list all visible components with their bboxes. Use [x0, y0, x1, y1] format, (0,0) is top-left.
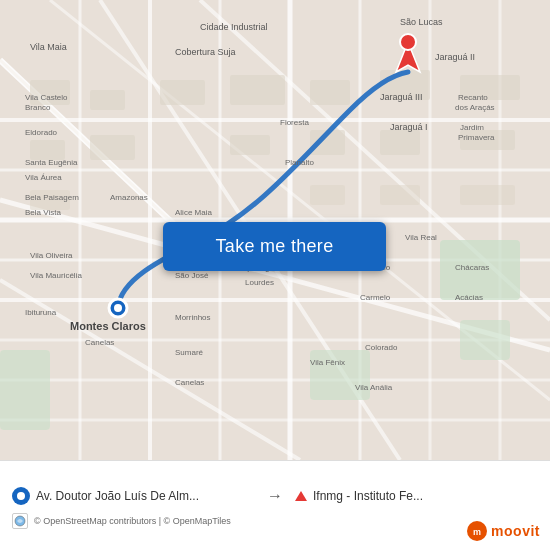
moovit-logo: m moovit — [466, 520, 540, 542]
svg-text:dos Araçás: dos Araçás — [455, 103, 495, 112]
svg-text:Cobertura Suja: Cobertura Suja — [175, 47, 236, 57]
svg-text:Chácaras: Chácaras — [455, 263, 489, 272]
svg-point-92 — [114, 304, 122, 312]
svg-text:São José: São José — [175, 271, 209, 280]
svg-text:Amazonas: Amazonas — [110, 193, 148, 202]
moovit-icon: m — [466, 520, 488, 542]
svg-text:Carmelo: Carmelo — [360, 293, 391, 302]
svg-text:Vila Maia: Vila Maia — [30, 42, 67, 52]
moovit-brand-text: moovit — [491, 523, 540, 539]
svg-rect-25 — [0, 350, 50, 430]
from-text: Av. Doutor João Luís De Alm... — [36, 489, 255, 503]
svg-text:Branco: Branco — [25, 103, 51, 112]
svg-text:Primavera: Primavera — [458, 133, 495, 142]
svg-text:Cidade Industrial: Cidade Industrial — [200, 22, 268, 32]
svg-text:Canelas: Canelas — [175, 378, 204, 387]
attribution-row: © OpenStreetMap contributors | © OpenMap… — [12, 513, 538, 533]
to-text: Ifnmg - Instituto Fe... — [313, 489, 538, 503]
to-section: Ifnmg - Instituto Fe... — [295, 489, 538, 503]
origin-icon — [12, 487, 30, 505]
svg-rect-26 — [460, 320, 510, 360]
svg-text:Recanto: Recanto — [458, 93, 488, 102]
map-container: Vila Maia Cidade Industrial São Lucas Vi… — [0, 0, 550, 460]
svg-point-90 — [400, 34, 416, 50]
svg-text:Vila Fênix: Vila Fênix — [310, 358, 345, 367]
svg-rect-31 — [310, 80, 350, 105]
from-section: Av. Doutor João Luís De Alm... — [12, 487, 255, 505]
svg-text:Eldorado: Eldorado — [25, 128, 58, 137]
svg-rect-34 — [30, 140, 65, 160]
svg-text:Lourdes: Lourdes — [245, 278, 274, 287]
bottom-bar: Av. Doutor João Luís De Alm... → Ifnmg -… — [0, 460, 550, 550]
attribution-text: © OpenStreetMap contributors | © OpenMap… — [34, 516, 231, 526]
svg-text:Bela Vista: Bela Vista — [25, 208, 61, 217]
svg-text:Vila Castelo: Vila Castelo — [25, 93, 68, 102]
svg-text:Ibituruna: Ibituruna — [25, 308, 57, 317]
svg-rect-41 — [310, 185, 345, 205]
svg-rect-28 — [90, 90, 125, 110]
svg-text:Jardim: Jardim — [460, 123, 484, 132]
take-me-there-button[interactable]: Take me there — [163, 222, 386, 271]
svg-text:Canelas: Canelas — [85, 338, 114, 347]
route-arrow-icon: → — [263, 487, 287, 505]
svg-text:m: m — [473, 527, 481, 537]
osm-logo — [12, 513, 28, 529]
svg-text:Acácias: Acácias — [455, 293, 483, 302]
svg-rect-29 — [160, 80, 205, 105]
svg-text:Montes Claros: Montes Claros — [70, 320, 146, 332]
svg-text:Morrinhos: Morrinhos — [175, 313, 211, 322]
svg-text:Bela Paisagem: Bela Paisagem — [25, 193, 79, 202]
svg-text:São Lucas: São Lucas — [400, 17, 443, 27]
svg-rect-35 — [90, 135, 135, 160]
svg-text:Floresta: Floresta — [280, 118, 309, 127]
svg-text:Jaraguá I: Jaraguá I — [390, 122, 428, 132]
svg-rect-30 — [230, 75, 285, 105]
route-row: Av. Doutor João Luís De Alm... → Ifnmg -… — [12, 479, 538, 513]
svg-rect-42 — [380, 185, 420, 205]
svg-text:Sumaré: Sumaré — [175, 348, 204, 357]
svg-text:Vila Anália: Vila Anália — [355, 383, 393, 392]
svg-text:Jaraguá II: Jaraguá II — [435, 52, 475, 62]
svg-text:Colorado: Colorado — [365, 343, 398, 352]
svg-rect-38 — [380, 130, 420, 155]
svg-text:Jaraguá III: Jaraguá III — [380, 92, 423, 102]
svg-text:Alice Maia: Alice Maia — [175, 208, 212, 217]
svg-text:Vila Real: Vila Real — [405, 233, 437, 242]
svg-rect-43 — [460, 185, 515, 205]
svg-text:Vila Áurea: Vila Áurea — [25, 173, 62, 182]
svg-rect-36 — [230, 135, 270, 155]
svg-text:Santa Eugênia: Santa Eugênia — [25, 158, 78, 167]
svg-text:Vila Oliveira: Vila Oliveira — [30, 251, 73, 260]
svg-text:Vila Mauricélia: Vila Mauricélia — [30, 271, 82, 280]
svg-text:Planalto: Planalto — [285, 158, 314, 167]
